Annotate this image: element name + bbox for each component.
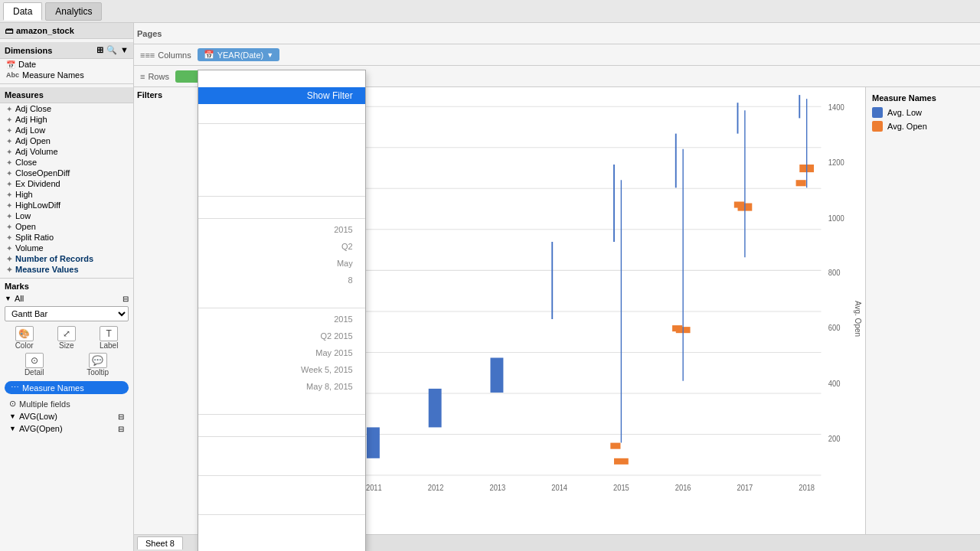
year-date-dropdown-menu: Filter...Show FilterShow HighlighterSort… bbox=[198, 70, 366, 551]
measure-names-pill[interactable]: ⋯ Measure Names bbox=[5, 381, 129, 394]
multiple-fields-pill[interactable]: ⊙ Multiple fields bbox=[5, 397, 129, 410]
dimensions-header: Dimensions ⊞ 🔍 ▼ bbox=[0, 42, 133, 59]
menu-item-exact-date[interactable]: Exact Date bbox=[198, 417, 365, 434]
menu-item-filter[interactable]: Filter... bbox=[198, 70, 365, 87]
measure-item-closeopendiff[interactable]: ✦CloseOpenDiff bbox=[0, 168, 133, 178]
marks-detail-row: ⊙ Detail 💬 Tooltip bbox=[5, 353, 129, 377]
menu-item-show-highlighter[interactable]: Show Highlighter bbox=[198, 104, 365, 121]
size-label: Size bbox=[59, 341, 74, 350]
grid-icon[interactable]: ⊞ bbox=[96, 45, 103, 55]
menu-label-sort: Sort... bbox=[328, 129, 353, 140]
menu-item-sort[interactable]: Sort... bbox=[198, 126, 365, 143]
menu-item-attribute[interactable]: Attribute bbox=[198, 439, 365, 456]
menu-item-discrete[interactable]: ✓Discrete bbox=[198, 478, 365, 495]
dim-date[interactable]: 📅 Date bbox=[0, 59, 133, 70]
label-label: Label bbox=[100, 341, 118, 350]
avg-open-row: ▼ AVG(Open) ⊟ bbox=[5, 422, 129, 435]
menu-label-continuous: Continuous bbox=[306, 498, 353, 509]
menu-value-day2: May 8, 2015 bbox=[306, 382, 353, 391]
menu-item-year1[interactable]: ✓Year2015 bbox=[198, 221, 365, 238]
menu-label-show-missing: Show Missing Values bbox=[266, 202, 353, 213]
menu-item-continuous[interactable]: Continuous bbox=[198, 495, 365, 512]
svg-text:1400: 1400 bbox=[828, 103, 844, 112]
measure-item-close[interactable]: ✦Close bbox=[0, 157, 133, 168]
marks-type-dropdown[interactable]: Gantt Bar bbox=[5, 306, 129, 321]
menu-item-show-header[interactable]: ✓Show Header bbox=[198, 160, 365, 177]
menu-separator-after-show-missing bbox=[198, 218, 365, 219]
menu-arrow-more2: ▶ bbox=[347, 399, 353, 408]
columns-shelf: ≡≡≡ Columns 📅 YEAR(Date) ▼ Filter...Show… bbox=[134, 44, 980, 66]
measure-item-adj-close[interactable]: ✦Adj Close bbox=[0, 103, 133, 114]
pages-label: Pages bbox=[137, 29, 162, 38]
menu-item-month1[interactable]: MonthMay bbox=[198, 255, 365, 272]
dim-date-label: Date bbox=[18, 60, 36, 69]
menu-label-month2: Month bbox=[256, 347, 282, 358]
menu-item-day1[interactable]: Day8 bbox=[198, 272, 365, 289]
menu-item-edit-in-shelf[interactable]: Edit in Shelf bbox=[198, 517, 365, 534]
menu-item-measure[interactable]: Measure▶ bbox=[198, 456, 365, 473]
year-date-pill[interactable]: 📅 YEAR(Date) ▼ Filter...Show FilterShow … bbox=[198, 48, 279, 61]
measure-item-volume[interactable]: ✦Volume bbox=[0, 243, 133, 253]
menu-item-month2[interactable]: MonthMay 2015 bbox=[198, 344, 365, 361]
measure-item-ex-dividend[interactable]: ✦Ex Dividend bbox=[0, 178, 133, 189]
tab-analytics[interactable]: Analytics bbox=[45, 2, 102, 21]
menu-item-include-tooltip[interactable]: ✓Include in Tooltip bbox=[198, 177, 365, 194]
menu-item-quarter1[interactable]: QuarterQ2 bbox=[198, 238, 365, 255]
menu-separator-after-exact-date bbox=[198, 436, 365, 437]
tab-data[interactable]: Data bbox=[3, 2, 42, 21]
menu-item-more2[interactable]: More▶ bbox=[198, 395, 365, 412]
legend-panel: Measure Names Avg. LowAvg. Open bbox=[865, 87, 980, 551]
menu-item-quarter2[interactable]: QuarterQ2 2015 bbox=[198, 328, 365, 344]
color-button[interactable]: 🎨 Color bbox=[15, 326, 34, 350]
measure-item-measure-values[interactable]: ✦Measure Values bbox=[0, 264, 133, 275]
measure-item-adj-high[interactable]: ✦Adj High bbox=[0, 114, 133, 125]
legend-item-avg.-open: Avg. Open bbox=[872, 121, 974, 132]
measure-item-split-ratio[interactable]: ✦Split Ratio bbox=[0, 232, 133, 243]
sheet-8-tab[interactable]: Sheet 8 bbox=[137, 536, 183, 549]
size-button[interactable]: ⤢ Size bbox=[57, 326, 76, 350]
label-icon: T bbox=[100, 326, 118, 341]
abc-icon: Abc bbox=[6, 71, 19, 79]
menu-item-format[interactable]: Format... bbox=[198, 143, 365, 160]
detail-button[interactable]: ⊙ Detail bbox=[24, 353, 44, 377]
measure-item-highlowdiff[interactable]: ✦HighLowDiff bbox=[0, 200, 133, 210]
menu-item-show-missing[interactable]: Show Missing Values bbox=[198, 199, 365, 216]
menu-label-attribute: Attribute bbox=[318, 442, 353, 453]
measure-item-low[interactable]: ✦Low bbox=[0, 210, 133, 221]
bar-2012-low bbox=[429, 389, 442, 428]
dimensions-label: Dimensions bbox=[5, 46, 52, 55]
measure-item-open[interactable]: ✦Open bbox=[0, 221, 133, 232]
menu-label-month1: Month bbox=[267, 258, 292, 269]
search-icon[interactable]: 🔍 bbox=[106, 45, 117, 55]
measure-item-adj-open[interactable]: ✦Adj Open bbox=[0, 135, 133, 146]
menu-label-measure: Measure bbox=[266, 459, 302, 470]
measure-item-adj-low[interactable]: ✦Adj Low bbox=[0, 125, 133, 135]
label-button[interactable]: T Label bbox=[100, 326, 118, 350]
menu-item-show-filter[interactable]: Show Filter bbox=[198, 87, 365, 104]
chevron-down-icon[interactable]: ▼ bbox=[120, 45, 129, 55]
menu-item-day2[interactable]: DayMay 8, 2015 bbox=[198, 378, 365, 395]
left-panel: 🗃 amazon_stock Dimensions ⊞ 🔍 ▼ 📅 Date A… bbox=[0, 23, 134, 551]
hash-icon: ✦ bbox=[6, 266, 12, 274]
menu-check-include-tooltip: ✓ bbox=[211, 180, 223, 191]
svg-text:2016: 2016 bbox=[675, 484, 691, 492]
gantt-2015-orange2 bbox=[610, 443, 620, 449]
menu-item-remove[interactable]: Remove bbox=[198, 534, 365, 551]
menu-item-year2[interactable]: Year2015 bbox=[198, 311, 365, 328]
menu-separator-after-measure bbox=[198, 475, 365, 476]
menu-item-weeknum[interactable]: Week NumberWeek 5, 2015 bbox=[198, 361, 365, 378]
measure-item-number-of-records[interactable]: ✦Number of Records bbox=[0, 253, 133, 264]
detail-label: Detail bbox=[24, 368, 44, 377]
svg-text:800: 800 bbox=[828, 269, 841, 277]
hash-icon: ✦ bbox=[6, 233, 12, 242]
dim-measure-names[interactable]: Abc Measure Names bbox=[0, 70, 133, 80]
avg-low-arrow: ▼ bbox=[9, 412, 16, 420]
tooltip-button[interactable]: 💬 Tooltip bbox=[87, 353, 109, 377]
measure-item-adj-volume[interactable]: ✦Adj Volume bbox=[0, 146, 133, 157]
measure-item-high[interactable]: ✦High bbox=[0, 189, 133, 200]
menu-item-more1[interactable]: More▶ bbox=[198, 289, 365, 305]
marks-all-label: All bbox=[15, 294, 24, 303]
menu-arrow-measure: ▶ bbox=[347, 461, 353, 469]
measures-header: Measures bbox=[0, 87, 133, 103]
menu-separator-after-continuous bbox=[198, 514, 365, 515]
